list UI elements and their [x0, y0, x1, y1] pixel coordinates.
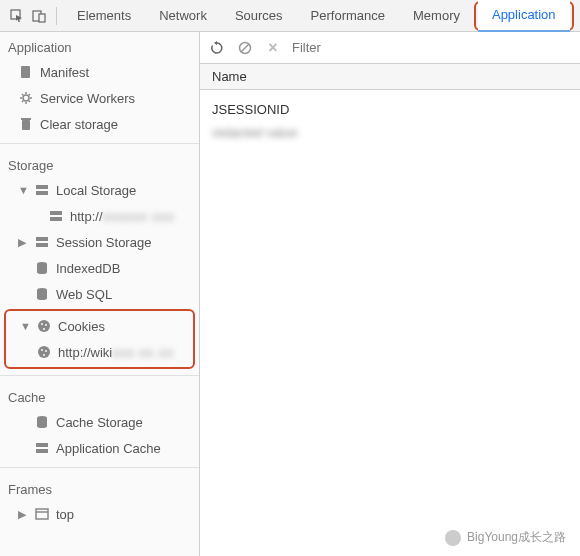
cookie-icon: [36, 344, 52, 360]
cookies-toolbar: ×: [200, 32, 580, 64]
cookie-row[interactable]: redacted value: [212, 121, 568, 144]
tab-elements[interactable]: Elements: [63, 0, 145, 32]
svg-rect-12: [36, 243, 48, 247]
svg-rect-11: [36, 237, 48, 241]
section-application: Application: [0, 32, 199, 59]
devtools-tabs: Elements Network Sources Performance Mem…: [0, 0, 580, 32]
storage-icon: [34, 440, 50, 456]
svg-rect-31: [36, 449, 48, 453]
document-icon: [18, 64, 34, 80]
svg-rect-6: [21, 118, 31, 120]
database-icon: [34, 414, 50, 430]
svg-point-26: [43, 354, 45, 356]
sidebar-cookies-label: Cookies: [58, 319, 105, 334]
chevron-down-icon: ▼: [18, 184, 28, 196]
section-cache: Cache: [0, 382, 199, 409]
sidebar-indexeddb[interactable]: IndexedDB: [0, 255, 199, 281]
sidebar-frames-top[interactable]: ▶ top: [0, 501, 199, 527]
sidebar-websql-label: Web SQL: [56, 287, 112, 302]
inspect-icon[interactable]: [6, 5, 28, 27]
sidebar-cache-storage-label: Cache Storage: [56, 415, 143, 430]
sidebar-session-storage[interactable]: ▶ Session Storage: [0, 229, 199, 255]
sidebar-session-storage-label: Session Storage: [56, 235, 151, 250]
window-icon: [34, 506, 50, 522]
filter-input[interactable]: [292, 40, 572, 55]
cookies-highlight: ▼ Cookies http://wikixxx xx xx: [4, 309, 195, 369]
svg-rect-3: [21, 66, 30, 78]
svg-point-20: [41, 323, 43, 325]
svg-point-21: [45, 324, 47, 326]
main-panel: × Name JSESSIONID redacted value: [200, 32, 580, 556]
divider: [0, 143, 199, 144]
sidebar-local-storage-label: Local Storage: [56, 183, 136, 198]
sidebar-cookies[interactable]: ▼ Cookies: [6, 313, 193, 339]
svg-rect-10: [50, 217, 62, 221]
chevron-right-icon: ▶: [18, 236, 28, 249]
watermark-text: BigYoung成长之路: [467, 529, 566, 546]
trash-icon: [18, 116, 34, 132]
device-toggle-icon[interactable]: [28, 5, 50, 27]
name-column-header[interactable]: Name: [200, 64, 580, 90]
svg-point-18: [37, 296, 47, 300]
main-container: Application Manifest Service Workers Cle…: [0, 32, 580, 556]
svg-point-22: [43, 328, 45, 330]
svg-line-35: [241, 44, 249, 52]
svg-point-15: [37, 270, 47, 274]
tab-separator: [56, 7, 57, 25]
sidebar-app-cache-label: Application Cache: [56, 441, 161, 456]
gear-icon: [18, 90, 34, 106]
section-storage: Storage: [0, 150, 199, 177]
tab-application[interactable]: Application: [478, 0, 570, 32]
svg-point-4: [23, 95, 29, 101]
sidebar: Application Manifest Service Workers Cle…: [0, 32, 200, 556]
svg-point-24: [41, 349, 43, 351]
sidebar-app-cache[interactable]: Application Cache: [0, 435, 199, 461]
sidebar-service-workers[interactable]: Service Workers: [0, 85, 199, 111]
svg-rect-7: [36, 185, 48, 189]
sidebar-manifest-label: Manifest: [40, 65, 89, 80]
divider: [0, 375, 199, 376]
section-frames: Frames: [0, 474, 199, 501]
tab-sources[interactable]: Sources: [221, 0, 297, 32]
sidebar-local-storage-item-label: http://xxxxxx xxx: [70, 209, 175, 224]
storage-icon: [48, 208, 64, 224]
cookie-row[interactable]: JSESSIONID: [212, 98, 568, 121]
tab-network[interactable]: Network: [145, 0, 221, 32]
sidebar-local-storage[interactable]: ▼ Local Storage: [0, 177, 199, 203]
database-icon: [34, 260, 50, 276]
sidebar-frames-top-label: top: [56, 507, 74, 522]
svg-point-29: [37, 424, 47, 428]
close-icon[interactable]: ×: [264, 39, 282, 57]
storage-icon: [34, 182, 50, 198]
sidebar-manifest[interactable]: Manifest: [0, 59, 199, 85]
sidebar-indexeddb-label: IndexedDB: [56, 261, 120, 276]
chevron-down-icon: ▼: [20, 320, 30, 332]
svg-rect-2: [39, 14, 45, 22]
block-icon[interactable]: [236, 39, 254, 57]
watermark: BigYoung成长之路: [445, 529, 566, 546]
watermark-icon: [445, 530, 461, 546]
cookie-icon: [36, 318, 52, 334]
refresh-icon[interactable]: [208, 39, 226, 57]
svg-point-23: [38, 346, 50, 358]
tab-memory[interactable]: Memory: [399, 0, 474, 32]
sidebar-cache-storage[interactable]: Cache Storage: [0, 409, 199, 435]
svg-rect-30: [36, 443, 48, 447]
svg-rect-5: [22, 120, 30, 130]
sidebar-cookies-item-label: http://wikixxx xx xx: [58, 345, 174, 360]
tab-performance[interactable]: Performance: [297, 0, 399, 32]
svg-rect-8: [36, 191, 48, 195]
name-list: JSESSIONID redacted value: [200, 90, 580, 152]
svg-rect-9: [50, 211, 62, 215]
sidebar-clear-storage-label: Clear storage: [40, 117, 118, 132]
sidebar-local-storage-item[interactable]: http://xxxxxx xxx: [0, 203, 199, 229]
sidebar-service-workers-label: Service Workers: [40, 91, 135, 106]
tab-application-highlight: Application: [474, 1, 574, 31]
sidebar-clear-storage[interactable]: Clear storage: [0, 111, 199, 137]
divider: [0, 467, 199, 468]
storage-icon: [34, 234, 50, 250]
sidebar-websql[interactable]: Web SQL: [0, 281, 199, 307]
svg-point-25: [45, 350, 47, 352]
svg-point-19: [38, 320, 50, 332]
sidebar-cookies-item[interactable]: http://wikixxx xx xx: [6, 339, 193, 365]
